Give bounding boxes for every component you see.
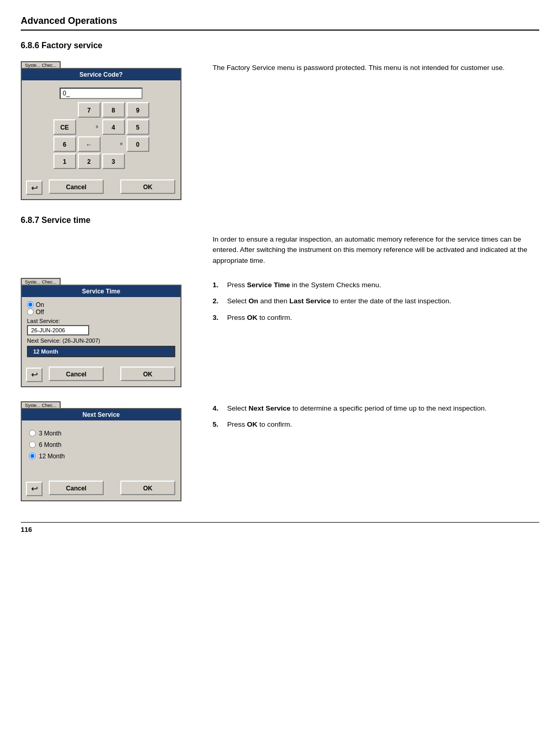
next-service-section: Syste... Chec... Next Service 3 Month 6 …	[21, 400, 539, 501]
dialog-tab-686: Syste... Chec...	[21, 61, 61, 68]
option-3-month: 3 Month	[29, 430, 173, 437]
next-service-label: Next Service: (26-JUN-2007)	[27, 338, 175, 344]
numpad: 7 8 9 CE s 4 5 6 ← e 0 1 2 3	[53, 102, 149, 169]
mid-spacer-687b	[107, 481, 117, 496]
next-service-cancel-button[interactable]: Cancel	[49, 481, 104, 495]
radio-6-month[interactable]	[29, 441, 36, 448]
numpad-0[interactable]: 0	[127, 136, 149, 152]
section-687: 6.8.7 Service time In order to ensure a …	[21, 216, 539, 501]
mid-spacer-687a	[107, 367, 117, 382]
off-radio[interactable]	[27, 308, 34, 315]
page-header: Advanced Operations	[21, 16, 539, 31]
back-button-686[interactable]: ↩	[26, 180, 43, 195]
factory-service-panel: Syste... Chec... Service Code? 7 8 9 CE …	[21, 60, 197, 200]
dialog-tab-687a: Syste... Chec...	[21, 278, 61, 285]
back-button-687a[interactable]: ↩	[26, 368, 43, 382]
off-radio-label[interactable]: Off	[27, 308, 175, 316]
step-1: 1. Press Service Time in the System Chec…	[213, 279, 539, 291]
service-time-intro-text: In order to ensure a regular inspection,…	[213, 235, 527, 264]
factory-dialog-footer: Cancel OK	[22, 176, 180, 199]
factory-desc-text: The Factory Service menu is password pro…	[213, 64, 505, 72]
radio-12-month[interactable]	[29, 453, 36, 459]
numpad-ce[interactable]: CE	[53, 119, 76, 135]
numpad-8[interactable]: 8	[102, 102, 125, 118]
next-service-panel: Syste... Chec... Next Service 3 Month 6 …	[21, 400, 197, 501]
option-6-month: 6 Month	[29, 441, 173, 448]
dialog-tab-687b: Syste... Chec...	[21, 401, 61, 409]
section-687-title: 6.8.7 Service time	[21, 216, 539, 225]
numpad-5[interactable]: 5	[127, 119, 149, 135]
numpad-7[interactable]: 7	[78, 102, 101, 118]
on-radio[interactable]	[27, 301, 34, 308]
numpad-4[interactable]: 4	[102, 119, 125, 135]
factory-service-dialog: Service Code? 7 8 9 CE s 4 5 6	[21, 68, 181, 200]
mid-spacer-686	[107, 179, 117, 195]
steps-4-5: 4. Select Next Service to determine a sp…	[213, 400, 539, 435]
on-off-row: On Off	[27, 301, 175, 316]
next-service-ok-button[interactable]: OK	[120, 481, 175, 495]
date-box[interactable]: 26-JUN-2006	[27, 325, 89, 335]
factory-ok-button[interactable]: OK	[120, 179, 175, 194]
next-service-footer: Cancel OK	[22, 477, 180, 500]
page-number: 116	[21, 526, 32, 533]
service-time-footer: Cancel OK	[22, 363, 180, 386]
factory-cancel-button[interactable]: Cancel	[49, 179, 104, 194]
numpad-9[interactable]: 9	[127, 102, 149, 118]
factory-service-description: The Factory Service menu is password pro…	[213, 60, 539, 73]
factory-service-title: Service Code?	[22, 69, 180, 80]
numpad-backspace[interactable]: ←	[78, 136, 101, 152]
service-time-ok-button[interactable]: OK	[120, 367, 175, 381]
on-label: On	[36, 301, 44, 308]
last-service-label: Last Service:	[27, 318, 175, 324]
off-label: Off	[36, 308, 44, 316]
header-text: Advanced Operations	[21, 16, 117, 26]
option-12-month: 12 Month	[29, 453, 173, 460]
numpad-s-label: s	[78, 119, 101, 135]
service-time-title: Service Time	[22, 286, 180, 297]
step-4: 4. Select Next Service to determine a sp…	[213, 403, 539, 414]
page-footer: 116	[21, 522, 539, 533]
service-time-cancel-button[interactable]: Cancel	[49, 367, 104, 381]
service-code-input[interactable]	[60, 88, 143, 99]
section-686-title: 6.8.6 Factory service	[21, 41, 539, 50]
numpad-e-label: e	[102, 136, 125, 152]
radio-3-month[interactable]	[29, 430, 36, 437]
service-time-panel: Syste... Chec... Service Time On Off	[21, 276, 197, 387]
on-radio-label[interactable]: On	[27, 301, 175, 308]
numpad-3[interactable]: 3	[102, 153, 125, 169]
numpad-1[interactable]: 1	[53, 153, 76, 169]
steps-1-3: 1. Press Service Time in the System Chec…	[213, 276, 539, 329]
step-2: 2. Select On and then Last Service to en…	[213, 296, 539, 307]
step-5: 5. Press OK to confirm.	[213, 419, 539, 430]
service-time-intro: In order to ensure a regular inspection,…	[213, 234, 539, 266]
numpad-2[interactable]: 2	[78, 153, 101, 169]
month-button[interactable]: 12 Month	[27, 346, 175, 357]
back-button-687b[interactable]: ↩	[26, 482, 43, 496]
next-service-title: Next Service	[22, 409, 180, 420]
section-686: 6.8.6 Factory service Syste... Chec... S…	[21, 41, 539, 200]
next-service-dialog: Next Service 3 Month 6 Month 12 Month	[21, 408, 181, 501]
numpad-6[interactable]: 6	[53, 136, 76, 152]
service-time-dialog: Service Time On Off Last Service: 26-JU	[21, 285, 181, 387]
step-3: 3. Press OK to confirm.	[213, 312, 539, 324]
numpad-empty-1	[53, 102, 76, 118]
